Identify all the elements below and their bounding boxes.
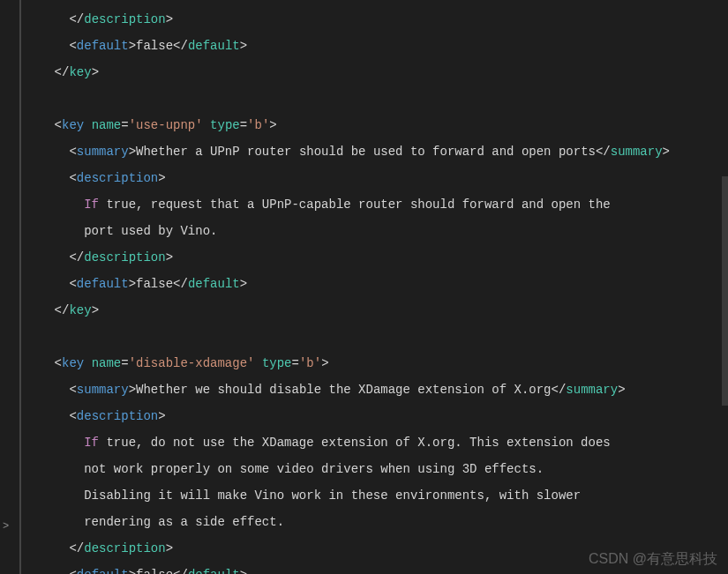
code-pane[interactable]: </description> <default>false</default> … (25, 0, 728, 574)
scrollbar-thumb[interactable] (722, 176, 728, 406)
code-line: port used by Vino. (25, 225, 728, 238)
editor-gutter: > (0, 0, 21, 574)
code-line: </description> (25, 13, 728, 26)
code-line: not work properly on some video drivers … (25, 463, 728, 476)
code-line: </key> (25, 304, 728, 317)
code-line: <default>false</default> (25, 40, 728, 53)
code-line: <key name='disable-xdamage' type='b'> (25, 357, 728, 370)
code-line: <summary>Whether we should disable the X… (25, 384, 728, 397)
code-line: </key> (25, 66, 728, 79)
code-line: <description> (25, 172, 728, 185)
code-line: Disabling it will make Vino work in thes… (25, 489, 728, 503)
code-line: </description> (25, 251, 728, 265)
code-line: <default>false</default> (25, 278, 728, 291)
code-line: If true, do not use the XDamage extensio… (25, 436, 728, 450)
code-line: <key name='use-upnp' type='b'> (25, 119, 728, 132)
vertical-scrollbar[interactable] (722, 0, 728, 574)
code-line: rendering as a side effect. (25, 516, 728, 529)
code-line: </description> (25, 542, 728, 555)
code-line: <description> (25, 410, 728, 423)
chevron-right-icon: > (3, 520, 9, 533)
code-line: <summary>Whether a UPnP router should be… (25, 145, 728, 159)
code-line (25, 93, 728, 106)
code-line (25, 331, 728, 344)
code-line: <default>false</default> (25, 569, 728, 574)
code-line: If true, request that a UPnP-capable rou… (25, 198, 728, 212)
